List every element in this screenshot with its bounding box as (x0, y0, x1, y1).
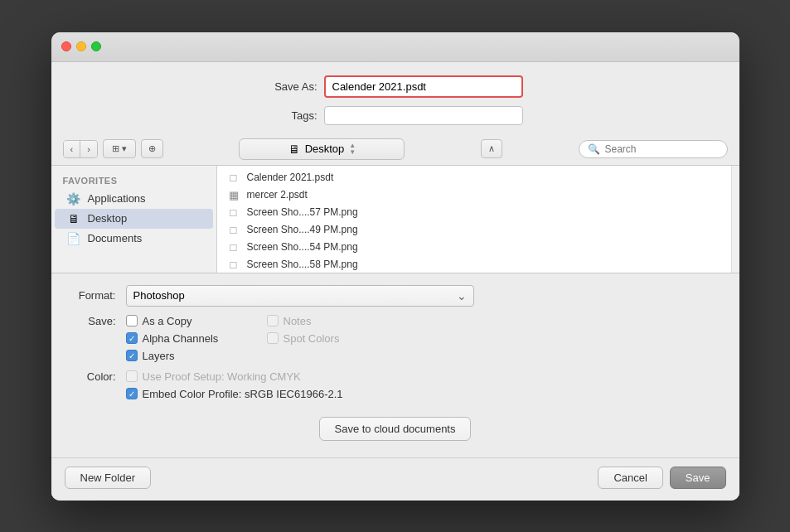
checkbox-use-proof-setup[interactable] (126, 370, 138, 382)
option-label-layers: Layers (143, 350, 175, 362)
file-icon: □ (227, 241, 240, 254)
new-folder-button[interactable]: New Folder (65, 467, 151, 489)
checkbox-as-a-copy[interactable] (126, 315, 138, 326)
color-label: Color: (68, 370, 126, 383)
nav-arrows: ‹ › (63, 140, 98, 158)
minimize-button[interactable] (76, 41, 86, 51)
sidebar-item-desktop[interactable]: 🖥 Desktop (55, 209, 213, 229)
save-as-row: Save As: (51, 62, 739, 103)
save-to-cloud-button[interactable]: Save to cloud documents (319, 417, 472, 441)
traffic-lights (61, 41, 101, 51)
file-name: Screen Sho....54 PM.png (247, 241, 358, 253)
file-list: □ Calender 2021.psdt ▦ mercer 2.psdt □ S… (217, 166, 731, 273)
file-item[interactable]: ▦ mercer 2.psdt (217, 186, 731, 204)
file-item[interactable]: □ Screen Sho....58 PM.png (217, 256, 731, 273)
search-box: 🔍 (579, 140, 728, 158)
format-value: Photoshop (133, 289, 185, 302)
file-icon: □ (227, 206, 240, 219)
dialog-footer: New Folder Cancel Save (51, 457, 739, 501)
location-select[interactable]: 🖥 Desktop ▲ ▼ (239, 138, 405, 160)
view-button[interactable]: ⊞ ▾ (103, 139, 136, 158)
option-label-use-proof-setup: Use Proof Setup: Working CMYK (143, 370, 301, 383)
file-name: mercer 2.psdt (247, 189, 308, 201)
format-label: Format: (68, 289, 126, 302)
format-select[interactable]: Photoshop ⌄ (126, 285, 474, 307)
option-embed-color-profile: ✓ Embed Color Profile: sRGB IEC61966-2.1 (126, 388, 343, 400)
save-options-right: Notes Spot Colors (267, 315, 383, 362)
checkbox-notes[interactable] (267, 315, 279, 326)
close-button[interactable] (61, 41, 71, 51)
option-label-alpha-channels: Alpha Channels (143, 332, 219, 345)
tags-input[interactable] (324, 106, 523, 125)
checkbox-alpha-channels[interactable]: ✓ (126, 332, 138, 344)
maximize-button[interactable] (91, 41, 101, 51)
file-name: Calender 2021.psdt (247, 172, 334, 183)
scrollbar[interactable] (731, 166, 739, 273)
browser-area: Favorites ⚙️ Applications 🖥 Desktop 📄 Do… (51, 166, 739, 273)
desktop-icon: 🖥 (288, 143, 300, 156)
sidebar-item-documents[interactable]: 📄 Documents (55, 229, 213, 249)
option-label-spot-colors: Spot Colors (284, 332, 340, 345)
checkbox-layers[interactable]: ✓ (126, 350, 138, 361)
back-button[interactable]: ‹ (64, 141, 81, 157)
checkbox-embed-color-profile[interactable]: ✓ (126, 388, 138, 399)
file-item[interactable]: □ Screen Sho....54 PM.png (217, 239, 731, 256)
option-use-proof-setup: Use Proof Setup: Working CMYK (126, 370, 343, 383)
format-row: Format: Photoshop ⌄ (68, 285, 723, 307)
option-label-notes: Notes (284, 315, 312, 327)
nav-bar: ‹ › ⊞ ▾ ⊕ 🖥 Desktop ▲ ▼ ∧ 🔍 (51, 133, 739, 166)
file-item[interactable]: □ Screen Sho....57 PM.png (217, 204, 731, 221)
desktop-sidebar-icon: 🖥 (66, 212, 81, 225)
file-item[interactable]: □ Screen Sho....49 PM.png (217, 221, 731, 239)
option-alpha-channels: ✓ Alpha Channels (126, 332, 242, 345)
file-icon: ▦ (227, 189, 240, 201)
cancel-button[interactable]: Cancel (598, 467, 662, 489)
sidebar-item-applications[interactable]: ⚙️ Applications (55, 189, 213, 209)
tags-row: Tags: (51, 103, 739, 133)
save-button[interactable]: Save (670, 467, 726, 489)
option-spot-colors: Spot Colors (267, 332, 383, 345)
checkbox-spot-colors[interactable] (267, 332, 279, 344)
sidebar-item-label-desktop: Desktop (88, 212, 128, 225)
cloud-btn-row: Save to cloud documents (68, 409, 723, 446)
option-label-embed-color-profile: Embed Color Profile: sRGB IEC61966-2.1 (143, 388, 343, 400)
sidebar: Favorites ⚙️ Applications 🖥 Desktop 📄 Do… (51, 166, 217, 273)
option-notes: Notes (267, 315, 383, 327)
forward-button[interactable]: › (80, 141, 97, 157)
location-chevrons: ▲ ▼ (349, 143, 356, 156)
file-name: Screen Sho....58 PM.png (247, 259, 358, 270)
color-options-row: Color: Use Proof Setup: Working CMYK ✓ E… (68, 370, 723, 400)
applications-icon: ⚙️ (66, 192, 81, 206)
file-icon: □ (227, 172, 240, 184)
save-label: Save: (68, 315, 126, 327)
save-options-row: Save: As a Copy ✓ Alpha Channels ✓ Layer… (68, 315, 723, 362)
option-label-as-a-copy: As a Copy (143, 315, 192, 327)
file-item[interactable]: □ Calender 2021.psdt (217, 169, 731, 186)
action-button[interactable]: ⊕ (141, 139, 163, 158)
documents-icon: 📄 (66, 232, 81, 245)
sidebar-item-label-applications: Applications (88, 192, 146, 205)
expand-button[interactable]: ∧ (481, 139, 502, 158)
search-icon: 🔍 (588, 143, 600, 155)
tags-label: Tags: (268, 109, 317, 122)
chevron-down-icon: ⌄ (457, 289, 467, 302)
option-layers: ✓ Layers (126, 350, 242, 362)
footer-right: Cancel Save (598, 467, 725, 489)
file-name: Screen Sho....57 PM.png (247, 206, 358, 218)
save-dialog: Save As: Tags: ‹ › ⊞ ▾ ⊕ 🖥 Desktop ▲ ▼ ∧… (51, 32, 739, 501)
title-bar (51, 32, 739, 62)
save-options-left: As a Copy ✓ Alpha Channels ✓ Layers (126, 315, 242, 362)
file-name: Screen Sho....49 PM.png (247, 224, 358, 235)
sidebar-section-label: Favorites (51, 174, 216, 189)
file-icon: □ (227, 224, 240, 236)
search-input[interactable] (605, 143, 719, 155)
sidebar-item-label-documents: Documents (88, 232, 143, 244)
location-label: Desktop (305, 143, 345, 155)
save-options: As a Copy ✓ Alpha Channels ✓ Layers Note… (126, 315, 383, 362)
color-options: Use Proof Setup: Working CMYK ✓ Embed Co… (126, 370, 343, 400)
footer-left: New Folder (65, 467, 151, 489)
save-as-input[interactable] (324, 75, 523, 98)
option-as-a-copy: As a Copy (126, 315, 242, 327)
file-icon: □ (227, 259, 240, 271)
bottom-section: Format: Photoshop ⌄ Save: As a Copy ✓ Al… (51, 273, 739, 457)
